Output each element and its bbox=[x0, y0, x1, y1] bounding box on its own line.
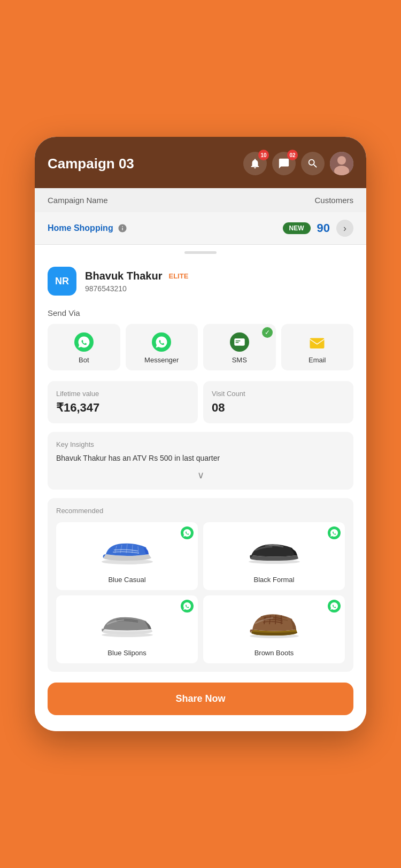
phone-container: Campaign 03 10 02 bbox=[35, 137, 366, 731]
product-name-blue-casual: Blue Casual bbox=[108, 576, 145, 584]
product-brown-boots[interactable]: Brown Boots bbox=[203, 595, 345, 663]
app-header: Campaign 03 10 02 bbox=[35, 137, 366, 188]
svg-rect-6 bbox=[234, 338, 245, 346]
send-via-label: Send Via bbox=[48, 308, 353, 317]
search-button[interactable] bbox=[301, 152, 325, 175]
product-name-black-formal: Black Formal bbox=[254, 576, 295, 584]
new-badge: NEW bbox=[283, 222, 311, 234]
messenger-icon bbox=[152, 332, 171, 352]
lifetime-label: Lifetime value bbox=[56, 390, 189, 398]
header-title: Campaign 03 bbox=[48, 156, 134, 172]
visit-label: Visit Count bbox=[212, 390, 345, 398]
svg-point-1 bbox=[337, 156, 346, 165]
messages-badge: 02 bbox=[287, 150, 298, 160]
insights-card: Key Insights Bhavuk Thakur has an ATV Rs… bbox=[48, 432, 353, 490]
product-name-blue-slipons: Blue Slipons bbox=[107, 649, 146, 657]
notification-badge: 10 bbox=[258, 150, 269, 160]
product-image-blue-casual bbox=[63, 529, 191, 571]
user-avatar-header[interactable] bbox=[330, 152, 353, 175]
product-image-blue-slipons bbox=[63, 602, 191, 645]
visit-count-card: Visit Count 08 bbox=[203, 381, 353, 423]
send-option-bot[interactable]: Bot bbox=[48, 324, 120, 370]
product-whatsapp-brown-boots bbox=[328, 600, 341, 613]
campaign-row-right: NEW 90 › bbox=[283, 220, 353, 237]
notification-button[interactable]: 10 bbox=[243, 152, 267, 175]
share-now-button[interactable]: Share Now bbox=[48, 683, 353, 715]
svg-rect-8 bbox=[235, 342, 238, 343]
product-whatsapp-blue-slipons bbox=[181, 600, 194, 613]
messenger-label: Messenger bbox=[144, 356, 179, 364]
lifetime-value: ₹16,347 bbox=[56, 401, 189, 415]
product-whatsapp-blue-casual bbox=[181, 526, 194, 539]
recommended-title: Recommended bbox=[56, 507, 345, 515]
visit-value: 08 bbox=[212, 401, 345, 415]
user-details: Bhavuk Thakur ELITE 9876543210 bbox=[85, 270, 353, 293]
insights-expand-button[interactable]: ∨ bbox=[56, 469, 345, 481]
info-icon bbox=[118, 223, 127, 233]
user-name: Bhavuk Thakur bbox=[85, 270, 162, 282]
send-option-sms[interactable]: ✓ SMS bbox=[203, 324, 276, 370]
customer-count: 90 bbox=[317, 221, 330, 235]
insights-title: Key Insights bbox=[56, 440, 345, 448]
svg-rect-9 bbox=[310, 338, 325, 349]
svg-rect-7 bbox=[235, 340, 240, 342]
campaign-col-name: Campaign Name bbox=[48, 196, 108, 205]
email-label: Email bbox=[309, 356, 326, 364]
content-area: NR Bhavuk Thakur ELITE 9876543210 Send V… bbox=[35, 258, 366, 731]
user-info: NR Bhavuk Thakur ELITE 9876543210 bbox=[48, 267, 353, 296]
campaign-row[interactable]: Home Shopping NEW 90 › bbox=[35, 212, 366, 245]
product-blue-slipons[interactable]: Blue Slipons bbox=[56, 595, 198, 663]
user-initials-avatar: NR bbox=[48, 267, 76, 296]
sms-selected-check: ✓ bbox=[262, 327, 273, 338]
header-icons: 10 02 bbox=[243, 152, 353, 175]
elite-badge: ELITE bbox=[168, 272, 188, 280]
user-name-row: Bhavuk Thakur ELITE bbox=[85, 270, 353, 282]
user-phone: 9876543210 bbox=[85, 284, 353, 293]
lifetime-value-card: Lifetime value ₹16,347 bbox=[48, 381, 198, 423]
product-image-brown-boots bbox=[210, 602, 338, 645]
campaign-name: Home Shopping bbox=[48, 223, 113, 233]
product-black-formal[interactable]: Black Formal bbox=[203, 522, 345, 590]
drag-handle bbox=[35, 245, 366, 258]
messages-button[interactable]: 02 bbox=[272, 152, 296, 175]
chevron-right-icon[interactable]: › bbox=[336, 220, 353, 237]
product-whatsapp-black-formal bbox=[328, 526, 341, 539]
bot-label: Bot bbox=[79, 356, 89, 364]
send-via-grid: Bot Messenger ✓ bbox=[48, 324, 353, 370]
product-image-black-formal bbox=[210, 529, 338, 571]
products-grid: Blue Casual bbox=[56, 522, 345, 663]
campaign-table-header: Campaign Name Customers bbox=[35, 188, 366, 212]
bot-icon bbox=[74, 332, 94, 352]
sms-label: SMS bbox=[232, 356, 247, 364]
email-icon bbox=[307, 332, 327, 352]
sms-icon bbox=[230, 332, 249, 352]
recommended-card: Recommended bbox=[48, 498, 353, 672]
product-name-brown-boots: Brown Boots bbox=[255, 649, 294, 657]
campaign-col-customers: Customers bbox=[314, 196, 353, 205]
stats-row: Lifetime value ₹16,347 Visit Count 08 bbox=[48, 381, 353, 423]
send-option-email[interactable]: Email bbox=[281, 324, 354, 370]
product-blue-casual[interactable]: Blue Casual bbox=[56, 522, 198, 590]
send-option-messenger[interactable]: Messenger bbox=[126, 324, 198, 370]
insights-text: Bhavuk Thakur has an ATV Rs 500 in last … bbox=[56, 453, 345, 464]
